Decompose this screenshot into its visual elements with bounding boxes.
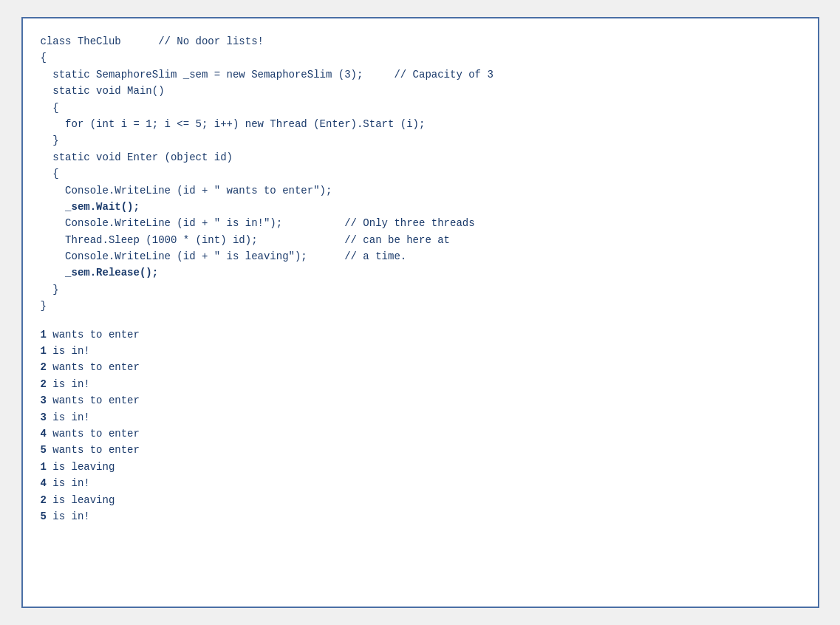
- output-num-2: 2: [41, 361, 47, 373]
- output-num-9: 4: [41, 477, 47, 489]
- output-num-0: 1: [41, 329, 47, 341]
- output-line-5: 3 is in!: [41, 409, 800, 426]
- output-num-1: 1: [41, 345, 47, 357]
- output-num-8: 1: [41, 461, 47, 473]
- code-line-14: Thread.Sleep (1000 * (int) id); // can b…: [41, 232, 800, 248]
- code-line-1: {: [41, 49, 800, 66]
- output-num-7: 5: [41, 444, 47, 456]
- code-line-15: Console.WriteLine (id + " is leaving"); …: [41, 248, 800, 264]
- output-num-11: 5: [41, 510, 47, 522]
- code-line-6: for (int i = 1; i <= 5; i++) new Thread …: [41, 116, 800, 132]
- output-line-8: 1 is leaving: [41, 459, 800, 475]
- code-line-17: }: [41, 281, 800, 298]
- code-line-16: _sem.Release();: [41, 264, 800, 281]
- code-line-10: {: [41, 165, 800, 182]
- output-line-3: 2 is in!: [41, 376, 800, 392]
- output-line-10: 2 is leaving: [41, 492, 800, 508]
- output-line-11: 5 is in!: [41, 508, 800, 525]
- output-section: 1 wants to enter1 is in!2 wants to enter…: [41, 327, 800, 525]
- output-num-5: 3: [41, 411, 47, 423]
- code-line-5: {: [41, 100, 800, 116]
- output-num-4: 3: [41, 395, 47, 406]
- code-line-9: static void Enter (object id): [41, 149, 800, 165]
- output-line-2: 2 wants to enter: [41, 359, 800, 375]
- output-line-0: 1 wants to enter: [41, 327, 800, 343]
- code-line-13: Console.WriteLine (id + " is in!"); // O…: [41, 215, 800, 231]
- code-line-12: _sem.Wait();: [41, 199, 800, 215]
- code-line-4: static void Main(): [41, 83, 800, 99]
- code-line-11: Console.WriteLine (id + " wants to enter…: [41, 182, 800, 199]
- output-line-7: 5 wants to enter: [41, 442, 800, 458]
- output-num-3: 2: [41, 378, 47, 390]
- output-num-10: 2: [41, 494, 47, 506]
- output-line-9: 4 is in!: [41, 475, 800, 491]
- output-line-1: 1 is in!: [41, 343, 800, 359]
- output-line-4: 3 wants to enter: [41, 392, 800, 409]
- code-block: class TheClub // No door lists!{ static …: [41, 33, 800, 315]
- code-line-0: class TheClub // No door lists!: [41, 33, 800, 49]
- output-num-6: 4: [41, 428, 47, 440]
- code-line-2: static SemaphoreSlim _sem = new Semaphor…: [41, 66, 800, 83]
- code-line-7: }: [41, 132, 800, 148]
- main-container: class TheClub // No door lists!{ static …: [21, 17, 819, 608]
- output-line-6: 4 wants to enter: [41, 426, 800, 442]
- code-line-18: }: [41, 298, 800, 314]
